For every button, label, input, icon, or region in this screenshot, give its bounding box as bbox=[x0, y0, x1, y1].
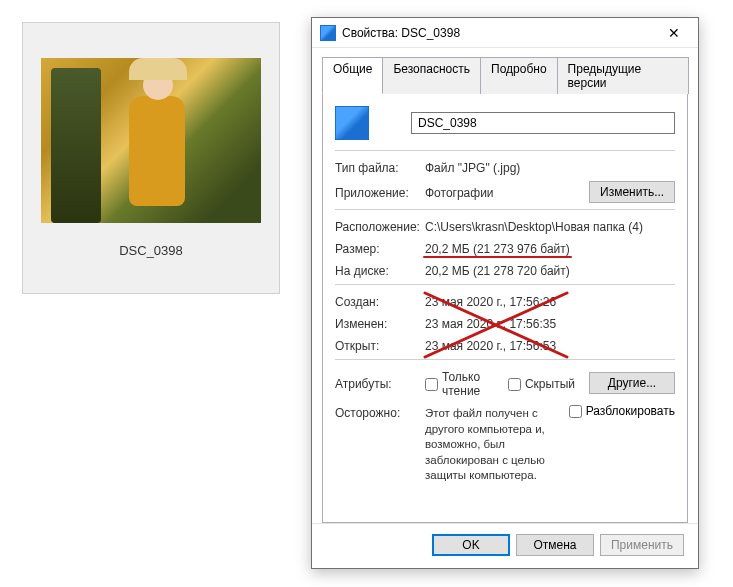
label-location: Расположение: bbox=[335, 218, 425, 234]
tab-details[interactable]: Подробно bbox=[480, 57, 558, 94]
thumbnail-image[interactable] bbox=[41, 58, 261, 223]
label-size: Размер: bbox=[335, 240, 425, 256]
change-app-button[interactable]: Изменить... bbox=[589, 181, 675, 203]
tab-previous-versions[interactable]: Предыдущие версии bbox=[557, 57, 689, 94]
checkbox-hidden-input[interactable] bbox=[508, 378, 521, 391]
checkbox-readonly[interactable]: Только чтение bbox=[425, 370, 494, 398]
separator bbox=[335, 284, 675, 285]
close-icon[interactable]: ✕ bbox=[654, 19, 694, 47]
label-created: Создан: bbox=[335, 293, 425, 309]
file-type-icon bbox=[335, 106, 369, 140]
label-filetype: Тип файла: bbox=[335, 159, 425, 175]
tab-strip: Общие Безопасность Подробно Предыдущие в… bbox=[322, 56, 688, 94]
tab-body-general: Тип файла: Файл "JPG" (.jpg) Приложение:… bbox=[322, 94, 688, 523]
thumbnail-panel: DSC_0398 bbox=[22, 22, 280, 294]
value-app: Фотографии bbox=[425, 184, 589, 200]
label-attributes: Атрибуты: bbox=[335, 375, 425, 391]
window-title: Свойства: DSC_0398 bbox=[342, 26, 654, 40]
value-sizeondisk: 20,2 МБ (21 278 720 байт) bbox=[425, 262, 675, 278]
filename-input[interactable] bbox=[411, 112, 675, 134]
value-size: 20,2 МБ (21 273 976 байт) bbox=[425, 240, 675, 256]
label-app: Приложение: bbox=[335, 184, 425, 200]
value-modified: 23 мая 2020 г., 17:56:35 bbox=[425, 315, 675, 331]
value-filetype: Файл "JPG" (.jpg) bbox=[425, 159, 675, 175]
value-created: 23 мая 2020 г., 17:56:26 bbox=[425, 293, 675, 309]
advanced-attributes-button[interactable]: Другие... bbox=[589, 372, 675, 394]
checkbox-unblock[interactable]: Разблокировать bbox=[569, 404, 675, 418]
separator bbox=[335, 150, 675, 151]
checkbox-readonly-label: Только чтение bbox=[442, 370, 494, 398]
label-modified: Изменен: bbox=[335, 315, 425, 331]
checkbox-unblock-input[interactable] bbox=[569, 405, 582, 418]
separator bbox=[335, 209, 675, 210]
properties-dialog: Свойства: DSC_0398 ✕ Общие Безопасность … bbox=[311, 17, 699, 569]
separator bbox=[335, 359, 675, 360]
tab-security[interactable]: Безопасность bbox=[382, 57, 481, 94]
warning-text: Этот файл получен с другого компьютера и… bbox=[425, 404, 563, 484]
ok-button[interactable]: OK bbox=[432, 534, 510, 556]
checkbox-hidden[interactable]: Скрытый bbox=[508, 377, 575, 391]
label-sizeondisk: На диске: bbox=[335, 262, 425, 278]
value-accessed: 23 мая 2020 г., 17:56:53 bbox=[425, 337, 675, 353]
apply-button[interactable]: Применить bbox=[600, 534, 684, 556]
titlebar[interactable]: Свойства: DSC_0398 ✕ bbox=[312, 18, 698, 48]
thumbnail-caption[interactable]: DSC_0398 bbox=[119, 243, 183, 258]
window-icon bbox=[320, 25, 336, 41]
checkbox-hidden-label: Скрытый bbox=[525, 377, 575, 391]
label-accessed: Открыт: bbox=[335, 337, 425, 353]
checkbox-unblock-label: Разблокировать bbox=[586, 404, 675, 418]
tab-general[interactable]: Общие bbox=[322, 57, 383, 94]
checkbox-readonly-input[interactable] bbox=[425, 378, 438, 391]
dialog-footer: OK Отмена Применить bbox=[312, 523, 698, 568]
value-location: C:\Users\krasn\Desktop\Новая папка (4) bbox=[425, 218, 675, 234]
label-warning: Осторожно: bbox=[335, 404, 425, 420]
cancel-button[interactable]: Отмена bbox=[516, 534, 594, 556]
